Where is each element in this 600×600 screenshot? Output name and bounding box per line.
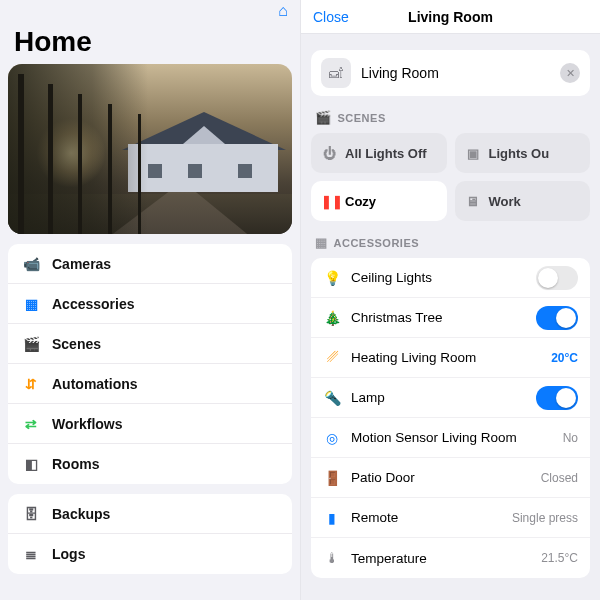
home-icon[interactable]: ⌂	[278, 2, 288, 20]
accessory-icon: 💡	[323, 270, 341, 286]
scenes-section-label: 🎬 SCENES	[315, 110, 590, 125]
room-detail-pane: Close Living Room 🛋 Living Room ✕ 🎬 SCEN…	[300, 0, 600, 600]
backups-icon: 🗄	[20, 506, 42, 522]
accessory-icon: 🎄	[323, 310, 341, 326]
accessories-section-label: ▦ ACCESSORIES	[315, 235, 590, 250]
accessory-label: Motion Sensor Living Room	[351, 430, 553, 445]
accessory-ceiling-lights[interactable]: 💡Ceiling Lights	[311, 258, 590, 298]
page-title: Home	[0, 18, 300, 64]
scene-icon: 🖥	[465, 194, 481, 209]
accessory-label: Temperature	[351, 551, 531, 566]
menu-item-scenes[interactable]: 🎬Scenes	[8, 324, 292, 364]
scenes-icon: 🎬	[315, 110, 332, 125]
logs-icon: ≣	[20, 546, 42, 562]
scene-label: Cozy	[345, 194, 376, 209]
menu-item-rooms[interactable]: ◧Rooms	[8, 444, 292, 484]
scenes-icon: 🎬	[20, 336, 42, 352]
menu-item-cameras[interactable]: 📹Cameras	[8, 244, 292, 284]
scene-cozy[interactable]: ❚❚Cozy	[311, 181, 447, 221]
home-hero-image	[8, 64, 292, 234]
scene-label: Lights Ou	[489, 146, 550, 161]
scene-lights-ou[interactable]: ▣Lights Ou	[455, 133, 591, 173]
accessories-icon: ▦	[20, 296, 42, 312]
toggle-switch[interactable]	[536, 386, 578, 410]
accessory-motion-sensor-living-room[interactable]: ◎Motion Sensor Living RoomNo	[311, 418, 590, 458]
accessory-icon: ␥	[323, 349, 341, 366]
secondary-menu: 🗄Backups≣Logs	[8, 494, 292, 574]
rooms-icon: ◧	[20, 456, 42, 472]
accessory-value: 20°C	[551, 351, 578, 365]
home-pane: ⌂ Home 📹Cameras▦Accessories🎬Scenes⇵Autom…	[0, 0, 300, 600]
accessory-icon: 🚪	[323, 470, 341, 486]
menu-item-label: Logs	[52, 546, 85, 562]
menu-item-workflows[interactable]: ⇄Workflows	[8, 404, 292, 444]
accessory-label: Heating Living Room	[351, 350, 541, 365]
accessory-patio-door[interactable]: 🚪Patio DoorClosed	[311, 458, 590, 498]
scene-icon: ⏻	[321, 146, 337, 161]
accessory-icon: 🔦	[323, 390, 341, 406]
clear-icon[interactable]: ✕	[560, 63, 580, 83]
scene-label: All Lights Off	[345, 146, 427, 161]
close-button[interactable]: Close	[313, 9, 349, 25]
scenes-grid: ⏻All Lights Off▣Lights Ou❚❚Cozy🖥Work	[311, 133, 590, 221]
accessory-label: Christmas Tree	[351, 310, 526, 325]
workflows-icon: ⇄	[20, 416, 42, 432]
accessory-temperature[interactable]: 🌡Temperature21.5°C	[311, 538, 590, 578]
accessory-label: Remote	[351, 510, 502, 525]
menu-item-backups[interactable]: 🗄Backups	[8, 494, 292, 534]
menu-item-label: Rooms	[52, 456, 99, 472]
automations-icon: ⇵	[20, 376, 42, 392]
accessory-icon: ◎	[323, 430, 341, 446]
accessory-label: Lamp	[351, 390, 526, 405]
accessory-heating-living-room[interactable]: ␥Heating Living Room20°C	[311, 338, 590, 378]
accessory-value: 21.5°C	[541, 551, 578, 565]
toggle-switch[interactable]	[536, 266, 578, 290]
accessory-icon: 🌡	[323, 550, 341, 566]
accessory-christmas-tree[interactable]: 🎄Christmas Tree	[311, 298, 590, 338]
left-header: ⌂	[0, 0, 300, 18]
menu-item-label: Cameras	[52, 256, 111, 272]
scene-icon: ▣	[465, 146, 481, 161]
menu-item-logs[interactable]: ≣Logs	[8, 534, 292, 574]
accessories-list: 💡Ceiling Lights🎄Christmas Tree␥Heating L…	[311, 258, 590, 578]
accessory-value: Closed	[541, 471, 578, 485]
detail-header: Close Living Room	[301, 0, 600, 34]
menu-item-label: Automations	[52, 376, 138, 392]
accessory-value: Single press	[512, 511, 578, 525]
scene-icon: ❚❚	[321, 194, 337, 209]
accessory-label: Patio Door	[351, 470, 531, 485]
menu-item-label: Backups	[52, 506, 110, 522]
cameras-icon: 📹	[20, 256, 42, 272]
sofa-icon: 🛋	[321, 58, 351, 88]
scene-all-lights-off[interactable]: ⏻All Lights Off	[311, 133, 447, 173]
menu-item-accessories[interactable]: ▦Accessories	[8, 284, 292, 324]
menu-item-label: Workflows	[52, 416, 123, 432]
menu-item-label: Scenes	[52, 336, 101, 352]
accessory-icon: ▮	[323, 510, 341, 526]
accessory-lamp[interactable]: 🔦Lamp	[311, 378, 590, 418]
accessories-icon: ▦	[315, 235, 328, 250]
toggle-switch[interactable]	[536, 306, 578, 330]
accessory-value: No	[563, 431, 578, 445]
main-menu: 📹Cameras▦Accessories🎬Scenes⇵Automations⇄…	[8, 244, 292, 484]
accessory-label: Ceiling Lights	[351, 270, 526, 285]
scene-label: Work	[489, 194, 521, 209]
menu-item-label: Accessories	[52, 296, 135, 312]
room-name-text: Living Room	[361, 65, 560, 81]
detail-title: Living Room	[408, 9, 493, 25]
room-name-input[interactable]: 🛋 Living Room ✕	[311, 50, 590, 96]
menu-item-automations[interactable]: ⇵Automations	[8, 364, 292, 404]
accessory-remote[interactable]: ▮RemoteSingle press	[311, 498, 590, 538]
scene-work[interactable]: 🖥Work	[455, 181, 591, 221]
